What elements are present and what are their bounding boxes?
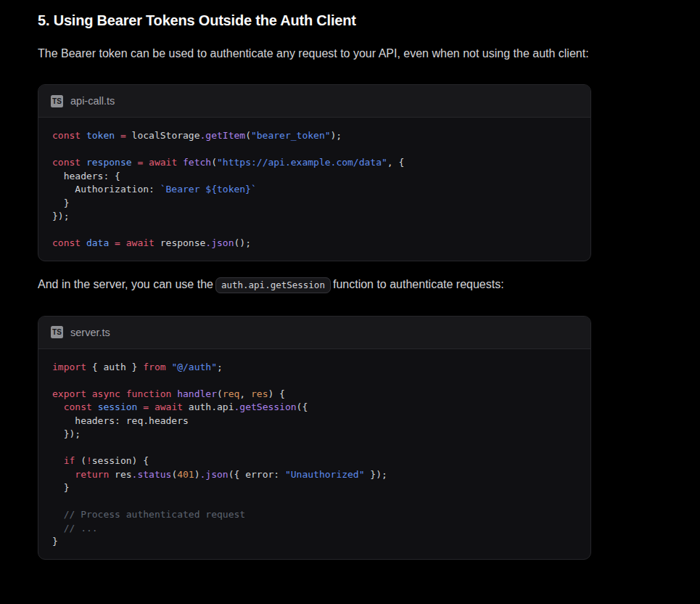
code-token: (); — [234, 237, 251, 248]
code-token: return — [75, 469, 109, 480]
code-token: localStorage — [126, 130, 200, 141]
code-token: auth.api — [183, 401, 234, 412]
code-token: import — [52, 362, 86, 372]
code-token: function — [126, 388, 172, 399]
code-token: // ... — [52, 523, 98, 534]
code-token — [177, 157, 183, 168]
code-token: } — [52, 197, 69, 208]
code-line: const session = await auth.api.getSessio… — [38, 401, 590, 415]
code-token: }); — [52, 211, 69, 221]
code-token — [120, 388, 126, 399]
code-line: export async function handler(req, res) … — [38, 388, 590, 401]
code-token: }); — [365, 469, 387, 480]
code-filename: api-call.ts — [70, 95, 115, 107]
code-token: headers: { — [52, 171, 120, 181]
code-token — [81, 157, 86, 168]
code-token: "https://api.example.com/data" — [217, 157, 387, 168]
code-token — [81, 237, 86, 248]
intro-paragraph: The Bearer token can be used to authenti… — [38, 44, 591, 64]
code-token: from — [143, 362, 165, 372]
code-token — [81, 130, 86, 141]
code-token: "Unauthorized" — [285, 469, 365, 480]
code-token: ) { — [268, 388, 284, 399]
code-token: // Process authenticated request — [52, 509, 245, 520]
code-token: await — [126, 237, 155, 248]
server-paragraph-after: function to authenticate requests: — [333, 278, 504, 290]
code-token: response — [155, 237, 205, 248]
code-token: "@/auth" — [171, 362, 217, 372]
code-line: const data = await response.json(); — [38, 237, 590, 250]
code-token: } — [52, 482, 69, 493]
code-line: import { auth } from "@/auth"; — [38, 361, 590, 375]
code-token: if — [64, 455, 75, 466]
code-line: // Process authenticated request — [38, 508, 590, 522]
code-token: res — [251, 388, 268, 399]
code-token: { auth } — [86, 362, 143, 372]
code-token: await — [155, 401, 183, 412]
code-token: ({ error: — [228, 469, 285, 480]
inline-code-get-session: auth.api.getSession — [215, 277, 331, 293]
code-token: = — [120, 130, 126, 141]
code-token: `Bearer ${token}` — [160, 184, 257, 195]
code-token: data — [86, 237, 109, 248]
code-token: .getSession — [234, 401, 297, 412]
code-token — [52, 455, 64, 466]
server-paragraph-before: And in the server, you can use the — [38, 278, 213, 290]
typescript-icon: TS — [51, 95, 63, 107]
code-content: const token = localStorage.getItem("bear… — [38, 118, 590, 261]
code-token: .json — [200, 469, 228, 480]
server-paragraph: And in the server, you can use theauth.a… — [38, 274, 591, 295]
code-token: = — [143, 401, 149, 412]
code-token: , — [239, 388, 251, 399]
code-token: ({ — [297, 401, 308, 412]
code-token: Authorization: — [52, 184, 160, 195]
docs-page: { "colors": { "page_background": "#00000… — [0, 0, 700, 604]
code-token: handler — [177, 388, 217, 399]
code-token: , { — [387, 157, 404, 168]
code-token: .status — [132, 469, 172, 480]
code-line: } — [38, 481, 590, 495]
code-line: }); — [38, 428, 590, 441]
code-token: ); — [331, 130, 342, 141]
code-line — [38, 495, 590, 509]
code-line: // ... — [38, 522, 590, 536]
code-token: response — [86, 157, 132, 168]
code-token: } — [52, 536, 58, 547]
code-token: ( — [217, 388, 223, 399]
code-token: const — [52, 237, 81, 248]
code-token: ) — [194, 469, 200, 480]
code-token — [120, 237, 126, 248]
code-token: ( — [245, 130, 251, 141]
code-token: fetch — [183, 157, 211, 168]
code-token: await — [149, 157, 177, 168]
code-token — [86, 388, 92, 399]
code-token: export — [52, 388, 86, 399]
code-line: Authorization: `Bearer ${token}` — [38, 183, 590, 197]
code-token: "bearer_token" — [251, 130, 331, 141]
code-line — [38, 441, 590, 455]
code-token: session) { — [92, 455, 149, 466]
code-token — [109, 237, 115, 248]
code-line — [38, 143, 590, 157]
article-content: 5. Using Bearer Tokens Outside the Auth … — [38, 0, 591, 560]
code-token: .getItem — [200, 130, 246, 141]
code-line: const token = localStorage.getItem("bear… — [38, 129, 590, 143]
code-token: ( — [211, 157, 217, 168]
code-token: session — [98, 401, 138, 412]
code-token: res — [109, 469, 131, 480]
code-line: }); — [38, 210, 590, 224]
code-line: headers: { — [38, 170, 590, 184]
code-token — [149, 401, 155, 412]
code-filename: server.ts — [70, 327, 110, 338]
code-token: ; — [217, 362, 223, 372]
code-block-server: TS server.ts import { auth } from "@/aut… — [38, 316, 591, 560]
code-token — [52, 469, 75, 480]
code-line: headers: req.headers — [38, 415, 590, 428]
code-line: const response = await fetch("https://ap… — [38, 156, 590, 170]
code-token: const — [64, 401, 92, 412]
code-token: headers: req.headers — [52, 415, 189, 426]
code-token — [115, 130, 120, 141]
code-token: const — [52, 130, 81, 141]
code-line — [38, 374, 590, 388]
code-line: } — [38, 197, 590, 211]
